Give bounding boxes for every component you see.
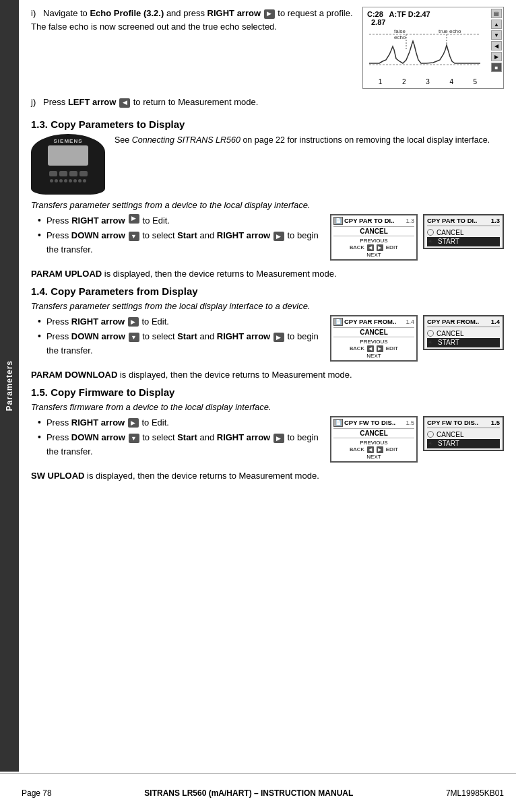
left-arrow-icon: ◀ — [119, 98, 130, 108]
device-image: SIEMENS — [31, 134, 105, 195]
right-nav-1-3-1: ▶ — [377, 244, 383, 251]
b1-15-text2: to Edit. — [141, 417, 168, 428]
device-screen — [48, 145, 88, 166]
panel-header-1-4-1: 📄 CPY PAR FROM.. 1.4 — [333, 318, 414, 326]
bullet-list-1-5: Press RIGHT arrow ▶ to Edit. Press DOWN … — [31, 416, 323, 459]
section-1-5-heading: 1.5. Copy Firmware to Display — [31, 386, 504, 398]
dp-start-row-1-3: START — [427, 237, 500, 246]
section-j-text1: Press — [43, 97, 68, 107]
previous-label-1-4-1: PREVIOUS — [360, 339, 387, 345]
b2-15-text1: Press — [46, 432, 71, 442]
left-nav-1-5-1: ◀ — [367, 446, 374, 453]
sw-upload-text: SW UPLOAD is displayed, then the device … — [31, 471, 504, 481]
b1-15-text1: Press — [46, 417, 71, 428]
b1-text1: Press — [46, 214, 69, 228]
b2-14-bold2: Start — [177, 331, 197, 341]
b2-15-bold3: RIGHT arrow — [217, 432, 270, 442]
cancel-row-1-5-1: CANCEL — [333, 428, 414, 438]
dark-panel-1-4-2: CPY PAR FROM.. 1.4 CANCEL START — [423, 315, 504, 350]
edit-label-1-4-1: EDIT — [386, 345, 398, 351]
sw-upload-label: SW UPLOAD — [31, 471, 84, 481]
section-i-text2: and press — [166, 8, 207, 18]
edit-label-1-5-1: EDIT — [386, 446, 398, 452]
section-1-3: 1.3. Copy Parameters to Display SIEMENS — [31, 119, 504, 279]
b2-bold2: Start — [177, 230, 197, 240]
section-j-text2: to return to Measurement mode. — [133, 97, 259, 107]
dp-cancel-row-1-5: CANCEL — [427, 430, 500, 439]
b2-15-arrow: ▼ — [129, 434, 139, 443]
b1-15-arrow: ▶ — [128, 418, 139, 428]
b2-15-bold2: Start — [177, 432, 197, 442]
diagram-header: C:28 A:TF D:2.47 — [366, 10, 490, 18]
dp-header-1-5-2: CPY FW TO DIS.. 1.5 — [427, 419, 500, 428]
dp-start-row-1-4: START — [427, 338, 500, 347]
device-btn-2 — [59, 171, 67, 176]
left-nav-1-4-1: ◀ — [367, 345, 374, 352]
dot-1 — [50, 179, 53, 182]
param-upload-text: PARAM UPLOAD is displayed, then the devi… — [31, 269, 504, 279]
lcd-panel-1-4-1: 📄 CPY PAR FROM.. 1.4 CANCEL PREVIOUS BAC… — [330, 315, 418, 362]
dp-cancel-label-1-4: CANCEL — [437, 330, 464, 337]
dark-panel-1-3-2: CPY PAR TO DI.. 1.3 CANCEL START — [423, 214, 504, 249]
b2-15-text3: and — [197, 432, 217, 442]
left-nav-1-3-1: ◀ — [367, 244, 374, 251]
device-note-text1: See — [115, 135, 132, 145]
x1: 1 — [379, 78, 383, 86]
section-j: j) Press LEFT arrow ◀ to return to Measu… — [31, 96, 504, 109]
next-label-1-5-1: NEXT — [366, 454, 381, 460]
icon5: ▶ — [491, 52, 502, 61]
dot-7 — [78, 179, 82, 182]
diagram-box: C:28 A:TF D:2.47 2.87 — [362, 7, 504, 89]
right-arrow-label-i: RIGHT arrow — [207, 8, 261, 18]
icon3: ▼ — [491, 30, 502, 40]
sun-icon-1-4 — [427, 339, 435, 347]
dp-title-1-3-2: CPY PAR TO DI.. — [427, 217, 477, 224]
file-icon-1-4-1: 📄 — [333, 318, 343, 326]
b2-14-text3: and — [197, 331, 217, 341]
dp-header-1-4-2: CPY PAR FROM.. 1.4 — [427, 318, 500, 327]
nav-row-1-4-1: BACK ◀ ▶ EDIT — [350, 345, 398, 352]
nav-area-1-3-1: PREVIOUS BACK ◀ ▶ EDIT NEXT — [333, 238, 414, 258]
b2-arrow: ▼ — [129, 232, 139, 241]
italic-desc-1-3: Transfers parameter settings from a devi… — [31, 200, 504, 210]
x5: 5 — [474, 78, 478, 86]
nav-area-1-4-1: PREVIOUS BACK ◀ ▶ EDIT NEXT — [333, 339, 414, 359]
x4: 4 — [449, 78, 453, 86]
italic-desc-1-5: Transfers firmware from a device to the … — [31, 402, 504, 412]
file-icon-1-5-1: 📄 — [333, 419, 343, 427]
nav-area-1-5-1: PREVIOUS BACK ◀ ▶ EDIT NEXT — [333, 440, 414, 460]
bullet-1-3-2: Press DOWN arrow ▼ to select Start and R… — [38, 229, 323, 257]
diagram-svg: false echo true echo — [366, 26, 484, 75]
edit-label-1-3-1: EDIT — [386, 244, 398, 250]
back-label-1-5-1: BACK — [350, 446, 364, 452]
previous-label-1-5-1: PREVIOUS — [360, 440, 387, 446]
circle-icon-cancel-1-4 — [427, 330, 434, 337]
dp-start-label-1-4: START — [438, 339, 459, 346]
dot-2 — [55, 179, 58, 182]
footer-code: 7ML19985KB01 — [446, 788, 504, 798]
bullet-1-5-1: Press RIGHT arrow ▶ to Edit. — [38, 416, 323, 430]
left-arrow-label: LEFT arrow — [68, 97, 117, 107]
device-dots-row — [50, 179, 86, 182]
section-i-text: i) Navigate to Echo Profile (3.2.) and p… — [31, 7, 354, 33]
b2-text3: and — [197, 230, 217, 240]
back-label-1-4-1: BACK — [350, 345, 364, 351]
panel-num-1-4-1: 1.4 — [406, 318, 414, 325]
section-1-3-heading: 1.3. Copy Parameters to Display — [31, 119, 504, 130]
svg-text:false: false — [394, 28, 406, 34]
previous-label-1-3-1: PREVIOUS — [360, 238, 387, 244]
b2-14-text1: Press — [46, 331, 71, 341]
b2-text1: Press — [46, 230, 71, 240]
icon2: ▲ — [491, 20, 502, 29]
nav-row-1-5-1: BACK ◀ ▶ EDIT — [350, 446, 398, 453]
param-download-text: PARAM DOWNLOAD is displayed, then the de… — [31, 370, 504, 380]
b2-15-bold: DOWN arrow — [71, 432, 125, 442]
next-label-1-3-1: NEXT — [366, 252, 381, 258]
dp-start-label-1-3: START — [438, 238, 459, 245]
b1-arrow: ▶ — [129, 214, 139, 224]
b2-14-arrow: ▼ — [129, 333, 139, 342]
b2-14-arrow2: ▶ — [273, 333, 284, 342]
b1-bold: RIGHT arrow — [71, 214, 125, 228]
param-upload-label: PARAM UPLOAD — [31, 269, 102, 279]
right-nav-1-4-1: ▶ — [377, 345, 383, 352]
